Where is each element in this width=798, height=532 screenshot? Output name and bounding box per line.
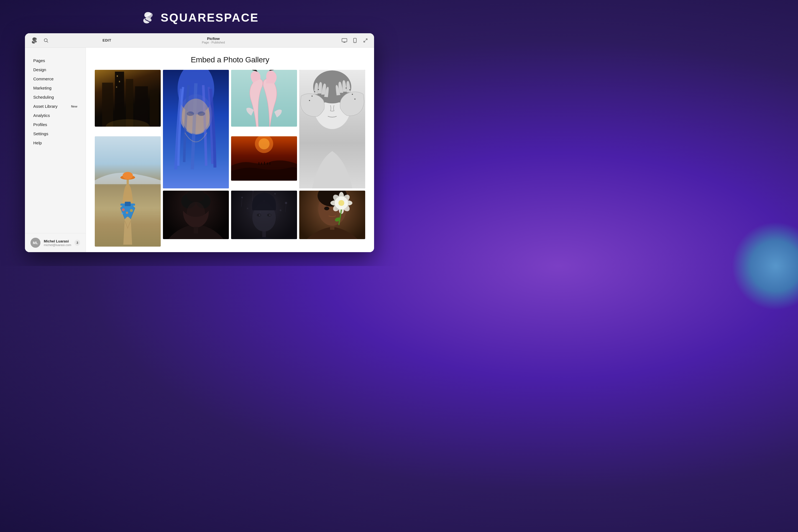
svg-point-50 xyxy=(122,172,133,179)
svg-point-22 xyxy=(187,111,194,116)
svg-point-45 xyxy=(121,212,123,215)
gallery-photo-9[interactable] xyxy=(231,191,297,239)
desktop-view-icon[interactable] xyxy=(341,37,347,43)
svg-point-23 xyxy=(198,111,205,116)
svg-rect-15 xyxy=(116,87,117,88)
svg-point-34 xyxy=(352,94,353,95)
gallery-photo-5[interactable] xyxy=(95,136,161,247)
gallery-photo-3[interactable] xyxy=(231,70,297,127)
svg-point-91 xyxy=(285,202,287,204)
svg-point-90 xyxy=(274,193,276,194)
gallery-photo-1[interactable] xyxy=(95,70,161,127)
sidebar-item-help[interactable]: Help xyxy=(25,138,86,147)
squarespace-header: SQUARESPACE xyxy=(0,0,399,33)
expand-icon[interactable] xyxy=(362,37,368,43)
user-profile-area[interactable]: ML Michel Luarasi michel@luarasi.com 3 xyxy=(25,233,86,252)
svg-point-30 xyxy=(311,96,312,97)
svg-point-42 xyxy=(122,208,125,211)
sidebar-item-settings[interactable]: Settings xyxy=(25,129,86,138)
sidebar-item-analytics[interactable]: Analytics xyxy=(25,111,86,120)
sidebar-item-profiles[interactable]: Profiles xyxy=(25,120,86,129)
sidebar-item-marketing[interactable]: Marketing xyxy=(25,83,86,93)
search-button[interactable] xyxy=(42,37,50,44)
svg-point-33 xyxy=(309,100,310,101)
asset-library-badge: New xyxy=(71,105,77,108)
svg-point-36 xyxy=(345,88,347,89)
svg-point-102 xyxy=(259,214,260,215)
svg-rect-65 xyxy=(267,163,268,165)
main-area: Pages Design Commerce Marketing Scheduli… xyxy=(25,48,374,252)
sidebar-item-asset-library[interactable]: Asset Library New xyxy=(25,102,86,111)
svg-point-103 xyxy=(269,214,271,215)
svg-rect-66 xyxy=(270,163,270,165)
svg-rect-62 xyxy=(259,163,259,165)
notification-badge[interactable]: 3 xyxy=(75,240,80,246)
content-area: Embed a Photo Gallery xyxy=(86,48,374,252)
gallery-photo-8[interactable] xyxy=(299,191,365,239)
svg-rect-2 xyxy=(342,39,347,42)
svg-point-92 xyxy=(247,208,248,209)
svg-point-21 xyxy=(182,99,210,134)
topbar-right xyxy=(335,37,368,43)
svg-point-43 xyxy=(126,212,128,214)
photo-gallery xyxy=(86,70,374,252)
svg-point-37 xyxy=(355,98,356,99)
svg-rect-64 xyxy=(264,162,265,165)
svg-rect-13 xyxy=(117,75,118,77)
sidebar-item-scheduling[interactable]: Scheduling xyxy=(25,93,86,102)
squarespace-logo-icon xyxy=(140,10,156,25)
svg-point-32 xyxy=(318,89,319,90)
edit-button[interactable]: EDIT xyxy=(102,38,111,42)
sidebar-item-pages[interactable]: Pages xyxy=(25,56,86,65)
svg-point-57 xyxy=(187,202,205,224)
svg-line-1 xyxy=(47,41,48,42)
sidebar-item-design[interactable]: Design xyxy=(25,65,86,74)
svg-rect-58 xyxy=(194,227,198,233)
svg-rect-104 xyxy=(262,230,266,237)
svg-rect-12 xyxy=(150,90,159,127)
svg-point-73 xyxy=(326,207,328,209)
svg-rect-14 xyxy=(119,81,120,82)
site-name: Picflow xyxy=(207,37,220,41)
svg-point-35 xyxy=(349,89,350,90)
user-name: Michel Luarasi xyxy=(44,239,71,243)
svg-rect-47 xyxy=(125,202,131,206)
page-title: Embed a Photo Gallery xyxy=(86,48,374,70)
svg-point-61 xyxy=(259,138,270,150)
site-status: Page · Published xyxy=(202,41,225,44)
avatar: ML xyxy=(31,238,40,248)
user-email: michel@luarasi.com xyxy=(44,243,71,247)
svg-point-87 xyxy=(241,197,243,198)
sidebar: Pages Design Commerce Marketing Scheduli… xyxy=(25,48,86,252)
svg-rect-8 xyxy=(102,82,113,127)
svg-point-44 xyxy=(130,209,133,212)
topbar-left xyxy=(31,37,92,44)
svg-rect-63 xyxy=(261,163,262,165)
svg-rect-9 xyxy=(115,72,124,127)
squarespace-small-logo-icon xyxy=(31,37,38,44)
svg-point-84 xyxy=(338,200,344,206)
mobile-view-icon[interactable] xyxy=(352,37,358,43)
brand-title: SQUARESPACE xyxy=(161,11,259,24)
gallery-photo-6[interactable] xyxy=(163,191,229,239)
gallery-photo-4[interactable] xyxy=(299,70,365,188)
browser-window: EDIT Picflow Page · Published xyxy=(25,33,374,252)
browser-topbar: EDIT Picflow Page · Published xyxy=(25,33,374,48)
svg-point-0 xyxy=(44,39,48,41)
svg-rect-24 xyxy=(231,70,297,127)
sidebar-item-commerce[interactable]: Commerce xyxy=(25,74,86,83)
gallery-photo-2[interactable] xyxy=(163,70,229,188)
user-info: Michel Luarasi michel@luarasi.com xyxy=(44,239,71,247)
topbar-center: EDIT Picflow Page · Published xyxy=(92,37,335,44)
svg-point-31 xyxy=(314,91,315,92)
svg-point-94 xyxy=(280,209,282,211)
svg-point-6 xyxy=(355,41,355,42)
gallery-photo-7[interactable] xyxy=(231,136,297,180)
